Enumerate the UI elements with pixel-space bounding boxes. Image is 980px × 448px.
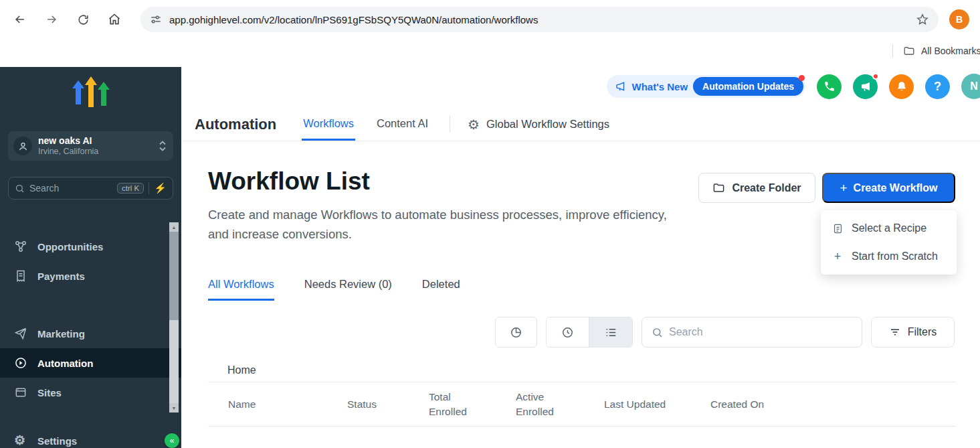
sidebar-item-marketing[interactable]: Marketing <box>0 319 181 348</box>
bookmark-star-icon[interactable] <box>916 13 929 26</box>
column-header-status[interactable]: Status <box>347 398 429 410</box>
sidebar-item-opportunities[interactable]: Opportunities <box>0 232 181 261</box>
location-avatar-icon <box>13 137 32 155</box>
automation-icon <box>14 356 27 370</box>
page-title: Workflow List <box>208 167 370 196</box>
create-folder-button[interactable]: Create Folder <box>698 173 815 203</box>
tab-needs-review[interactable]: Needs Review (0) <box>304 278 392 301</box>
tab-workflows[interactable]: Workflows <box>302 108 355 141</box>
sidebar-item-label: Payments <box>37 271 85 282</box>
home-icon[interactable] <box>103 8 126 31</box>
workflow-toolbar: Filters <box>495 317 955 348</box>
recipe-icon <box>831 223 844 234</box>
help-button[interactable]: ? <box>925 74 950 99</box>
history-view-button[interactable] <box>547 317 589 347</box>
all-bookmarks-button[interactable]: All Bookmarks <box>892 44 980 58</box>
plus-icon: + <box>831 250 844 264</box>
notification-dot <box>799 75 805 81</box>
scrollbar-thumb[interactable] <box>169 232 179 320</box>
sidebar-item-automation[interactable]: Automation <box>0 348 181 378</box>
sidebar-item-label: Marketing <box>37 328 85 340</box>
location-city: Irvine, California <box>38 147 98 157</box>
global-workflow-settings-link[interactable]: ⚙ Global Workflow Settings <box>468 108 609 141</box>
site-settings-icon[interactable] <box>150 13 162 25</box>
sidebar: new oaks AI Irvine, California ctrl K ⚡ … <box>0 67 181 448</box>
main-content: What's New Automation Updates ? N Automa… <box>181 67 980 448</box>
sidebar-item-label: Automation <box>37 358 93 369</box>
refresh-icon[interactable] <box>72 8 94 31</box>
filters-button[interactable]: Filters <box>871 317 955 348</box>
menu-item-label: Select a Recipe <box>852 222 926 234</box>
column-header-last-updated[interactable]: Last Updated <box>604 398 710 410</box>
enrollment-chart-button[interactable] <box>495 317 537 348</box>
breadcrumb[interactable]: Home <box>227 364 256 376</box>
sidebar-spacer <box>0 291 181 319</box>
divider <box>149 182 149 194</box>
divider <box>892 44 893 58</box>
sidebar-scrollbar[interactable]: ▲ ▼ <box>169 222 179 413</box>
menu-item-select-recipe[interactable]: Select a Recipe <box>821 214 957 242</box>
automation-updates-label: Automation Updates <box>702 81 794 92</box>
notifications-button[interactable] <box>889 74 914 99</box>
scroll-down-icon[interactable]: ▼ <box>169 403 179 413</box>
automation-updates-badge[interactable]: Automation Updates <box>693 77 803 96</box>
column-header-active-enrolled[interactable]: Active Enrolled <box>516 390 604 419</box>
automation-header: Automation Workflows Content AI ⚙ Global… <box>181 108 980 141</box>
announcements-button[interactable] <box>853 74 878 99</box>
address-bar[interactable]: app.gohighlevel.com/v2/location/lnPS691g… <box>140 7 939 32</box>
forward-icon[interactable] <box>40 8 63 31</box>
sidebar-item-settings[interactable]: ⚙ Settings <box>0 426 181 448</box>
column-header-name[interactable]: Name <box>228 398 347 410</box>
create-workflow-label: Create Workflow <box>854 182 938 194</box>
create-workflow-menu: Select a Recipe + Start from Scratch <box>821 210 957 275</box>
filters-label: Filters <box>908 326 937 338</box>
workflow-search <box>642 317 862 348</box>
global-workflow-settings-label: Global Workflow Settings <box>486 118 609 131</box>
tab-deleted[interactable]: Deleted <box>422 278 460 301</box>
chevron-updown-icon <box>159 140 167 152</box>
tab-all-workflows[interactable]: All Workflows <box>208 278 274 301</box>
gear-icon: ⚙ <box>14 434 27 447</box>
view-toggle-group <box>546 317 633 348</box>
list-view-button[interactable] <box>589 317 632 347</box>
url-text[interactable]: app.gohighlevel.com/v2/location/lnPS691g… <box>169 14 916 25</box>
workflow-search-input[interactable] <box>669 326 852 338</box>
sidebar-item-payments[interactable]: Payments <box>0 261 181 291</box>
menu-item-label: Start from Scratch <box>852 250 938 263</box>
page-subtitle: Create and manage Workflows to automate … <box>208 205 683 244</box>
menu-item-start-from-scratch[interactable]: + Start from Scratch <box>821 242 957 271</box>
sidebar-search-input[interactable] <box>29 183 112 194</box>
whats-new-pill[interactable]: What's New Automation Updates <box>607 75 805 98</box>
scroll-up-icon[interactable]: ▲ <box>169 222 179 232</box>
sidebar-search: ctrl K ⚡ <box>8 177 173 200</box>
browser-toolbar: app.gohighlevel.com/v2/location/lnPS691g… <box>0 0 980 39</box>
folder-icon <box>903 45 915 57</box>
page-section-title: Automation <box>195 108 276 141</box>
location-switcher[interactable]: new oaks AI Irvine, California <box>8 131 173 161</box>
browser-profile-avatar[interactable]: B <box>949 9 969 29</box>
user-avatar[interactable]: N <box>961 74 980 99</box>
sidebar-item-sites[interactable]: Sites <box>0 378 181 407</box>
divider <box>450 116 450 133</box>
sidebar-collapse-button[interactable]: « <box>165 433 179 448</box>
filter-icon <box>889 326 901 338</box>
ai-lightning-icon[interactable]: ⚡ <box>154 182 167 194</box>
phone-button[interactable] <box>817 74 842 99</box>
sidebar-item-label: Sites <box>37 387 62 398</box>
create-workflow-button[interactable]: + Create Workflow <box>822 173 955 203</box>
plus-icon: + <box>840 181 847 194</box>
column-header-created-on[interactable]: Created On <box>710 398 956 410</box>
whats-new-label[interactable]: What's New <box>632 81 688 92</box>
gear-icon: ⚙ <box>468 117 480 133</box>
gohighlevel-logo <box>72 76 110 110</box>
notification-dot <box>872 73 879 80</box>
search-icon <box>15 183 25 194</box>
all-bookmarks-label: All Bookmarks <box>921 46 980 56</box>
workflow-list-tabs: All Workflows Needs Review (0) Deleted <box>208 278 460 301</box>
opportunities-icon <box>14 240 27 253</box>
sites-icon <box>14 386 27 399</box>
column-header-total-enrolled[interactable]: Total Enrolled <box>429 390 516 419</box>
tab-content-ai[interactable]: Content AI <box>375 108 429 141</box>
back-icon[interactable] <box>9 8 31 31</box>
megaphone-outline-icon <box>615 80 627 92</box>
